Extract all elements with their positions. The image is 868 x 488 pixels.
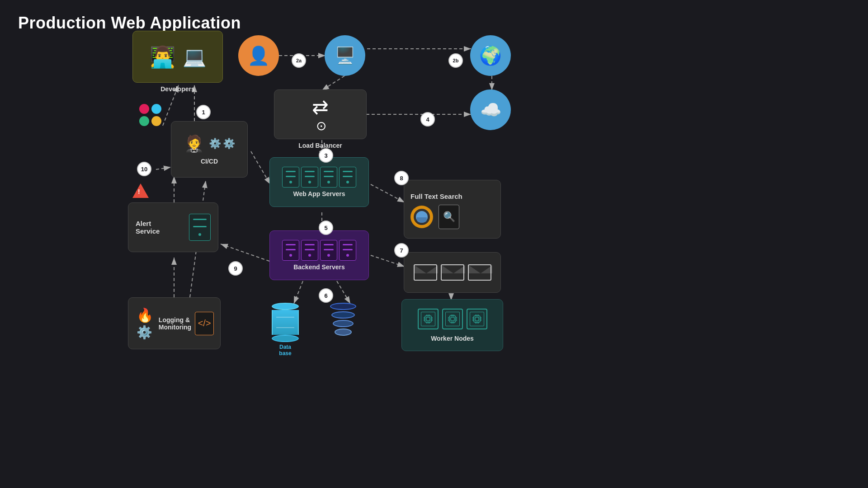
monitoring-icon: ⚙️ <box>137 325 153 340</box>
github-icon: ⚙️ <box>209 138 221 150</box>
step-badge-7: 7 <box>394 243 409 258</box>
email-icon-1 <box>414 264 437 281</box>
loadbalancer-icon2: ⊙ <box>316 118 326 133</box>
browser-icon: 🖥️ <box>335 46 355 65</box>
step-badge-2b: 2b <box>448 53 463 68</box>
user-node: 👤 <box>238 35 279 76</box>
developers-node: 👨‍💻 💻 Developers <box>132 31 223 93</box>
svg-line-8 <box>371 184 405 202</box>
cloud-node: ☁️ <box>470 89 511 130</box>
backendservers-node: Backend Servers <box>269 230 369 280</box>
database-node: Database <box>272 303 299 357</box>
step-badge-5: 5 <box>319 221 333 235</box>
svg-line-17 <box>156 167 171 169</box>
step-badge-8: 8 <box>394 171 409 185</box>
loadbalancer-node: ⇄ ⊙ Load Balancer <box>274 89 367 149</box>
slack-node <box>139 104 162 127</box>
redis-node <box>330 303 356 336</box>
svg-rect-22 <box>425 316 431 322</box>
step-badge-3: 3 <box>319 148 333 163</box>
internet-icon: 🌍 <box>479 45 502 66</box>
user-icon: 👤 <box>247 45 270 66</box>
chip-icon-2 <box>442 309 463 329</box>
svg-rect-51 <box>475 317 479 321</box>
cicd-label: CI/CD <box>201 158 218 165</box>
step-badge-2a: 2a <box>292 53 306 68</box>
cloud-icon: ☁️ <box>480 100 501 120</box>
cicd-node: 🤵 ⚙️ ⚙️ CI/CD <box>171 121 248 178</box>
svg-rect-37 <box>451 317 454 321</box>
webappservers-node: Web App Servers <box>269 157 369 207</box>
search-doc-icon: 🔍 <box>443 211 455 223</box>
svg-line-4 <box>322 76 344 90</box>
fts-label: Full Text Search <box>410 192 462 200</box>
svg-rect-50 <box>474 316 480 322</box>
step-badge-9: 9 <box>228 261 243 276</box>
vscode-icon: 💻 <box>183 46 206 68</box>
developer-person-icon: 👨‍💻 <box>150 45 175 69</box>
svg-rect-23 <box>426 317 430 321</box>
email-node <box>404 252 501 293</box>
svg-line-11 <box>294 281 303 304</box>
email-icon-3 <box>468 264 491 281</box>
step-badge-1: 1 <box>196 105 211 119</box>
elk-icon: 🔥 <box>137 307 153 323</box>
browser-node: 🖥️ <box>325 35 365 76</box>
fts-node: Full Text Search 🔍 <box>404 180 501 239</box>
backendservers-label: Backend Servers <box>293 263 345 271</box>
svg-line-15 <box>251 151 270 184</box>
email-icon-2 <box>441 264 464 281</box>
step-badge-6: 6 <box>319 288 333 303</box>
code-file-icon: </> <box>198 318 211 328</box>
svg-rect-36 <box>449 316 456 322</box>
step-badge-10: 10 <box>137 162 151 176</box>
alertservice-label: AlertService <box>136 220 184 235</box>
loadbalancer-icon: ⇄ <box>312 95 329 118</box>
svg-line-12 <box>337 281 350 304</box>
webappservers-label: Web App Servers <box>293 190 345 197</box>
chip-icon-3 <box>467 309 487 329</box>
actions-icon: ⚙️ <box>223 138 235 150</box>
step-badge-4: 4 <box>420 112 435 127</box>
workernodes-node: Worker Nodes <box>401 299 503 351</box>
database-label: Database <box>279 344 291 357</box>
svg-line-20 <box>221 244 269 261</box>
developers-label: Developers <box>132 85 223 93</box>
workernodes-label: Worker Nodes <box>431 335 474 342</box>
alertservice-node: AlertService <box>128 202 218 252</box>
alert-triangle-icon <box>132 183 149 198</box>
logging-node: 🔥 ⚙️ Logging &Monitoring </> <box>128 297 221 349</box>
loadbalancer-label: Load Balancer <box>274 142 367 149</box>
internet-node: 🌍 <box>470 35 511 76</box>
page-title: Production Web Application <box>18 14 241 33</box>
jenkins-icon: 🤵 <box>184 134 204 153</box>
chip-icon-1 <box>418 309 439 329</box>
